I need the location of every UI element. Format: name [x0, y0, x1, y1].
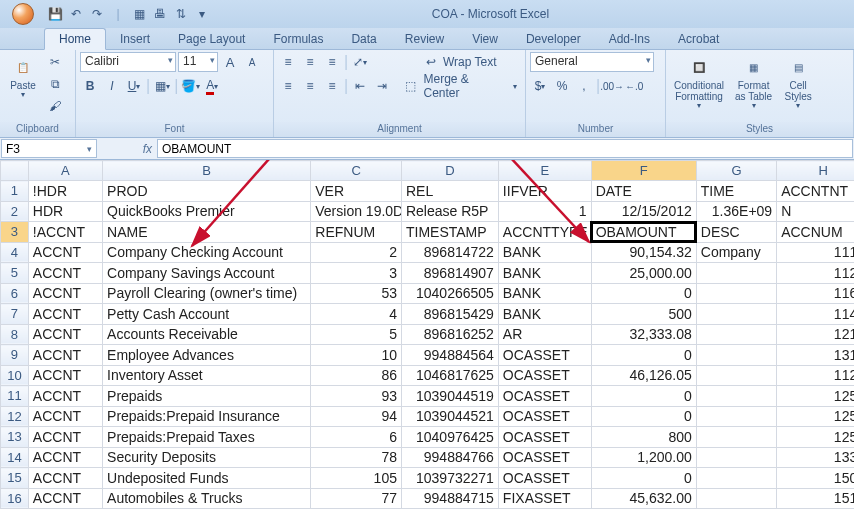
cell-A15[interactable]: ACCNT: [28, 468, 102, 489]
cell-E12[interactable]: OCASSET: [498, 406, 591, 427]
cell-C15[interactable]: 105: [311, 468, 402, 489]
cell-E6[interactable]: BANK: [498, 283, 591, 304]
row-header-3[interactable]: 3: [1, 222, 29, 243]
col-header-C[interactable]: C: [311, 161, 402, 181]
cell-G15[interactable]: [696, 468, 776, 489]
cell-B1[interactable]: PROD: [103, 181, 311, 202]
cell-A12[interactable]: ACCNT: [28, 406, 102, 427]
cell-H5[interactable]: 1120: [777, 263, 854, 284]
cell-H9[interactable]: 1310: [777, 345, 854, 366]
col-header-B[interactable]: B: [103, 161, 311, 181]
tab-home[interactable]: Home: [44, 28, 106, 50]
row-header-15[interactable]: 15: [1, 468, 29, 489]
row-header-10[interactable]: 10: [1, 365, 29, 386]
paste-button[interactable]: 📋 Paste ▾: [4, 52, 42, 102]
cell-A13[interactable]: ACCNT: [28, 427, 102, 448]
cell-G12[interactable]: [696, 406, 776, 427]
tab-view[interactable]: View: [458, 29, 512, 49]
cell-B3[interactable]: NAME: [103, 222, 311, 243]
align-right-button[interactable]: ≡: [322, 76, 342, 96]
cell-B10[interactable]: Inventory Asset: [103, 365, 311, 386]
cell-B6[interactable]: Payroll Clearing (owner's time): [103, 283, 311, 304]
cell-E15[interactable]: OCASSET: [498, 468, 591, 489]
cell-A16[interactable]: ACCNT: [28, 488, 102, 509]
cell-A7[interactable]: ACCNT: [28, 304, 102, 325]
cell-G4[interactable]: Company: [696, 242, 776, 263]
cell-B7[interactable]: Petty Cash Account: [103, 304, 311, 325]
undo-icon[interactable]: ↶: [67, 5, 85, 23]
cell-A11[interactable]: ACCNT: [28, 386, 102, 407]
cell-E1[interactable]: IIFVER: [498, 181, 591, 202]
cell-F14[interactable]: 1,200.00: [591, 447, 696, 468]
bold-button[interactable]: B: [80, 76, 100, 96]
cell-E16[interactable]: FIXASSET: [498, 488, 591, 509]
cell-F5[interactable]: 25,000.00: [591, 263, 696, 284]
cell-B9[interactable]: Employee Advances: [103, 345, 311, 366]
tab-acrobat[interactable]: Acrobat: [664, 29, 733, 49]
cell-A1[interactable]: !HDR: [28, 181, 102, 202]
save-icon[interactable]: 💾: [46, 5, 64, 23]
underline-button[interactable]: U▾: [124, 76, 144, 96]
row-header-7[interactable]: 7: [1, 304, 29, 325]
cell-G3[interactable]: DESC: [696, 222, 776, 243]
cell-styles-button[interactable]: ▤ Cell Styles▾: [779, 52, 817, 113]
name-box[interactable]: F3▾: [1, 139, 97, 158]
decrease-font-button[interactable]: A: [242, 52, 262, 72]
number-format-combo[interactable]: General: [530, 52, 654, 72]
tab-insert[interactable]: Insert: [106, 29, 164, 49]
cell-H3[interactable]: ACCNUM: [777, 222, 854, 243]
row-header-9[interactable]: 9: [1, 345, 29, 366]
font-family-combo[interactable]: Calibri: [80, 52, 176, 72]
col-header-A[interactable]: A: [28, 161, 102, 181]
cell-H15[interactable]: 1500: [777, 468, 854, 489]
cell-B14[interactable]: Security Deposits: [103, 447, 311, 468]
row-header-1[interactable]: 1: [1, 181, 29, 202]
cell-F16[interactable]: 45,632.00: [591, 488, 696, 509]
cell-C9[interactable]: 10: [311, 345, 402, 366]
cell-C7[interactable]: 4: [311, 304, 402, 325]
cell-C1[interactable]: VER: [311, 181, 402, 202]
cell-B11[interactable]: Prepaids: [103, 386, 311, 407]
cell-B16[interactable]: Automobiles & Trucks: [103, 488, 311, 509]
cell-E7[interactable]: BANK: [498, 304, 591, 325]
cell-G9[interactable]: [696, 345, 776, 366]
cell-D11[interactable]: 1039044519: [401, 386, 498, 407]
row-header-2[interactable]: 2: [1, 201, 29, 222]
cell-G7[interactable]: [696, 304, 776, 325]
cell-D10[interactable]: 1046817625: [401, 365, 498, 386]
cell-F12[interactable]: 0: [591, 406, 696, 427]
align-bottom-button[interactable]: ≡: [322, 52, 342, 72]
formula-input[interactable]: OBAMOUNT: [157, 139, 853, 158]
cell-A8[interactable]: ACCNT: [28, 324, 102, 345]
row-header-8[interactable]: 8: [1, 324, 29, 345]
font-color-button[interactable]: A▾: [202, 76, 222, 96]
tab-data[interactable]: Data: [337, 29, 390, 49]
cell-C14[interactable]: 78: [311, 447, 402, 468]
cell-A10[interactable]: ACCNT: [28, 365, 102, 386]
cell-B4[interactable]: Company Checking Account: [103, 242, 311, 263]
currency-button[interactable]: $▾: [530, 76, 550, 96]
cell-B2[interactable]: QuickBooks Premier: [103, 201, 311, 222]
cell-D5[interactable]: 896814907: [401, 263, 498, 284]
select-all-corner[interactable]: [1, 161, 29, 181]
cell-E5[interactable]: BANK: [498, 263, 591, 284]
cell-F9[interactable]: 0: [591, 345, 696, 366]
cell-G13[interactable]: [696, 427, 776, 448]
cell-H8[interactable]: 1210: [777, 324, 854, 345]
cell-C16[interactable]: 77: [311, 488, 402, 509]
cell-D3[interactable]: TIMESTAMP: [401, 222, 498, 243]
border-button[interactable]: ▦▾: [152, 76, 172, 96]
office-button[interactable]: [4, 2, 42, 26]
cell-F13[interactable]: 800: [591, 427, 696, 448]
comma-button[interactable]: ,: [574, 76, 594, 96]
font-size-combo[interactable]: 11: [178, 52, 218, 72]
cell-H16[interactable]: 1510: [777, 488, 854, 509]
cell-H6[interactable]: 1160: [777, 283, 854, 304]
cell-H13[interactable]: 1252: [777, 427, 854, 448]
conditional-formatting-button[interactable]: 🔲 Conditional Formatting▾: [670, 52, 728, 113]
cell-C10[interactable]: 86: [311, 365, 402, 386]
orientation-button[interactable]: ⤢▾: [350, 52, 370, 72]
percent-button[interactable]: %: [552, 76, 572, 96]
cell-E4[interactable]: BANK: [498, 242, 591, 263]
fill-color-button[interactable]: 🪣▾: [180, 76, 200, 96]
